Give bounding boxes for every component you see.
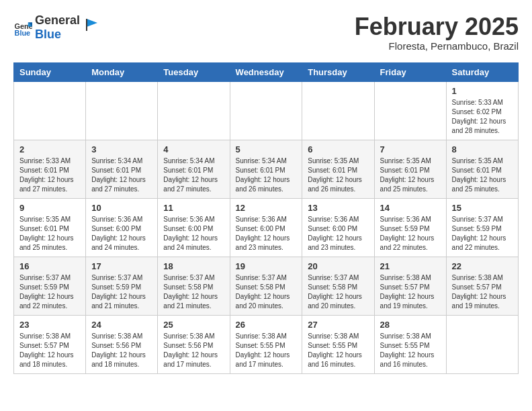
- logo-blue: Blue: [35, 28, 80, 42]
- calendar-cell: 3Sunrise: 5:34 AM Sunset: 6:01 PM Daylig…: [86, 140, 158, 198]
- calendar-table: SundayMondayTuesdayWednesdayThursdayFrid…: [13, 62, 519, 374]
- calendar-cell: 4Sunrise: 5:34 AM Sunset: 6:01 PM Daylig…: [158, 140, 230, 198]
- day-info: Sunrise: 5:37 AM Sunset: 5:59 PM Dayligh…: [452, 215, 513, 253]
- calendar-cell: 19Sunrise: 5:37 AM Sunset: 5:58 PM Dayli…: [230, 257, 302, 315]
- day-info: Sunrise: 5:35 AM Sunset: 6:01 PM Dayligh…: [308, 156, 368, 194]
- calendar-cell: 23Sunrise: 5:38 AM Sunset: 5:57 PM Dayli…: [14, 315, 86, 373]
- calendar-week-4: 23Sunrise: 5:38 AM Sunset: 5:57 PM Dayli…: [14, 315, 519, 373]
- day-info: Sunrise: 5:38 AM Sunset: 5:55 PM Dayligh…: [236, 332, 297, 369]
- calendar-cell: [302, 81, 374, 140]
- day-info: Sunrise: 5:38 AM Sunset: 5:56 PM Dayligh…: [163, 332, 224, 369]
- day-number: 26: [236, 320, 297, 330]
- day-number: 8: [452, 144, 513, 154]
- day-info: Sunrise: 5:33 AM Sunset: 6:02 PM Dayligh…: [452, 98, 513, 136]
- svg-text:Blue: Blue: [15, 29, 31, 37]
- calendar-cell: 24Sunrise: 5:38 AM Sunset: 5:56 PM Dayli…: [86, 315, 158, 373]
- day-number: 6: [308, 144, 368, 154]
- calendar-cell: [86, 81, 158, 140]
- calendar-cell: 13Sunrise: 5:36 AM Sunset: 6:00 PM Dayli…: [302, 198, 374, 257]
- day-number: 9: [19, 203, 80, 213]
- calendar-week-2: 9Sunrise: 5:35 AM Sunset: 6:01 PM Daylig…: [14, 198, 519, 257]
- calendar-cell: 26Sunrise: 5:38 AM Sunset: 5:55 PM Dayli…: [230, 315, 302, 373]
- weekday-header-row: SundayMondayTuesdayWednesdayThursdayFrid…: [14, 62, 519, 81]
- weekday-sunday: Sunday: [14, 62, 86, 81]
- calendar-week-0: 1Sunrise: 5:33 AM Sunset: 6:02 PM Daylig…: [14, 81, 519, 140]
- logo-flag-icon: [84, 17, 99, 32]
- day-number: 19: [236, 261, 297, 271]
- calendar-cell: 5Sunrise: 5:34 AM Sunset: 6:01 PM Daylig…: [230, 140, 302, 198]
- day-number: 13: [308, 203, 368, 213]
- calendar-cell: 17Sunrise: 5:37 AM Sunset: 5:59 PM Dayli…: [86, 257, 158, 315]
- page: General Blue General Blue February 2025 …: [0, 0, 532, 387]
- calendar-cell: 7Sunrise: 5:35 AM Sunset: 6:01 PM Daylig…: [374, 140, 446, 198]
- calendar-cell: 12Sunrise: 5:36 AM Sunset: 6:00 PM Dayli…: [230, 198, 302, 257]
- day-info: Sunrise: 5:36 AM Sunset: 6:00 PM Dayligh…: [91, 215, 152, 253]
- weekday-saturday: Saturday: [446, 62, 518, 81]
- calendar-cell: [158, 81, 230, 140]
- day-number: 17: [91, 261, 152, 271]
- day-number: 5: [236, 144, 297, 154]
- day-number: 27: [308, 320, 368, 330]
- calendar-cell: 8Sunrise: 5:35 AM Sunset: 6:01 PM Daylig…: [446, 140, 518, 198]
- logo-general: General: [35, 13, 80, 28]
- day-info: Sunrise: 5:37 AM Sunset: 5:58 PM Dayligh…: [308, 273, 368, 311]
- day-number: 7: [380, 144, 441, 154]
- weekday-monday: Monday: [86, 62, 158, 81]
- day-number: 22: [452, 261, 513, 271]
- day-info: Sunrise: 5:35 AM Sunset: 6:01 PM Dayligh…: [380, 156, 441, 194]
- day-info: Sunrise: 5:38 AM Sunset: 5:57 PM Dayligh…: [380, 273, 441, 311]
- calendar-cell: 15Sunrise: 5:37 AM Sunset: 5:59 PM Dayli…: [446, 198, 518, 257]
- day-info: Sunrise: 5:37 AM Sunset: 5:58 PM Dayligh…: [163, 273, 224, 311]
- calendar-cell: 28Sunrise: 5:38 AM Sunset: 5:55 PM Dayli…: [374, 315, 446, 373]
- calendar-cell: 16Sunrise: 5:37 AM Sunset: 5:59 PM Dayli…: [14, 257, 86, 315]
- day-info: Sunrise: 5:34 AM Sunset: 6:01 PM Dayligh…: [91, 156, 152, 194]
- day-info: Sunrise: 5:36 AM Sunset: 5:59 PM Dayligh…: [380, 215, 441, 253]
- logo: General Blue General Blue: [13, 13, 99, 41]
- weekday-thursday: Thursday: [302, 62, 374, 81]
- calendar-cell: 27Sunrise: 5:38 AM Sunset: 5:55 PM Dayli…: [302, 315, 374, 373]
- calendar-cell: 14Sunrise: 5:36 AM Sunset: 5:59 PM Dayli…: [374, 198, 446, 257]
- calendar-cell: 1Sunrise: 5:33 AM Sunset: 6:02 PM Daylig…: [446, 81, 518, 140]
- day-number: 25: [163, 320, 224, 330]
- day-info: Sunrise: 5:36 AM Sunset: 6:00 PM Dayligh…: [236, 215, 297, 253]
- day-number: 20: [308, 261, 368, 271]
- day-number: 16: [19, 261, 80, 271]
- day-info: Sunrise: 5:38 AM Sunset: 5:57 PM Dayligh…: [452, 273, 513, 311]
- weekday-tuesday: Tuesday: [158, 62, 230, 81]
- day-number: 23: [19, 320, 80, 330]
- calendar-cell: 6Sunrise: 5:35 AM Sunset: 6:01 PM Daylig…: [302, 140, 374, 198]
- calendar-cell: 18Sunrise: 5:37 AM Sunset: 5:58 PM Dayli…: [158, 257, 230, 315]
- calendar-cell: 22Sunrise: 5:38 AM Sunset: 5:57 PM Dayli…: [446, 257, 518, 315]
- header: General Blue General Blue February 2025 …: [13, 13, 519, 52]
- calendar-cell: [230, 81, 302, 140]
- calendar-cell: [14, 81, 86, 140]
- calendar-cell: 10Sunrise: 5:36 AM Sunset: 6:00 PM Dayli…: [86, 198, 158, 257]
- day-info: Sunrise: 5:34 AM Sunset: 6:01 PM Dayligh…: [163, 156, 224, 194]
- day-number: 21: [380, 261, 441, 271]
- calendar-cell: 9Sunrise: 5:35 AM Sunset: 6:01 PM Daylig…: [14, 198, 86, 257]
- day-info: Sunrise: 5:34 AM Sunset: 6:01 PM Dayligh…: [236, 156, 297, 194]
- day-number: 14: [380, 203, 441, 213]
- calendar-cell: 20Sunrise: 5:37 AM Sunset: 5:58 PM Dayli…: [302, 257, 374, 315]
- day-number: 2: [19, 144, 80, 154]
- day-info: Sunrise: 5:36 AM Sunset: 6:00 PM Dayligh…: [308, 215, 368, 253]
- calendar-cell: [374, 81, 446, 140]
- calendar-cell: 25Sunrise: 5:38 AM Sunset: 5:56 PM Dayli…: [158, 315, 230, 373]
- svg-marker-4: [87, 19, 97, 27]
- day-number: 18: [163, 261, 224, 271]
- calendar-cell: 2Sunrise: 5:33 AM Sunset: 6:01 PM Daylig…: [14, 140, 86, 198]
- calendar-cell: 11Sunrise: 5:36 AM Sunset: 6:00 PM Dayli…: [158, 198, 230, 257]
- calendar-cell: 21Sunrise: 5:38 AM Sunset: 5:57 PM Dayli…: [374, 257, 446, 315]
- day-info: Sunrise: 5:37 AM Sunset: 5:59 PM Dayligh…: [19, 273, 80, 311]
- calendar-week-3: 16Sunrise: 5:37 AM Sunset: 5:59 PM Dayli…: [14, 257, 519, 315]
- title-block: February 2025 Floresta, Pernambuco, Braz…: [355, 13, 519, 52]
- weekday-wednesday: Wednesday: [230, 62, 302, 81]
- month-title: February 2025: [355, 13, 519, 40]
- day-info: Sunrise: 5:35 AM Sunset: 6:01 PM Dayligh…: [19, 215, 80, 253]
- day-info: Sunrise: 5:38 AM Sunset: 5:56 PM Dayligh…: [91, 332, 152, 369]
- weekday-friday: Friday: [374, 62, 446, 81]
- logo-icon: General Blue: [13, 18, 32, 37]
- location: Floresta, Pernambuco, Brazil: [355, 40, 519, 52]
- day-number: 1: [452, 86, 513, 96]
- day-number: 4: [163, 144, 224, 154]
